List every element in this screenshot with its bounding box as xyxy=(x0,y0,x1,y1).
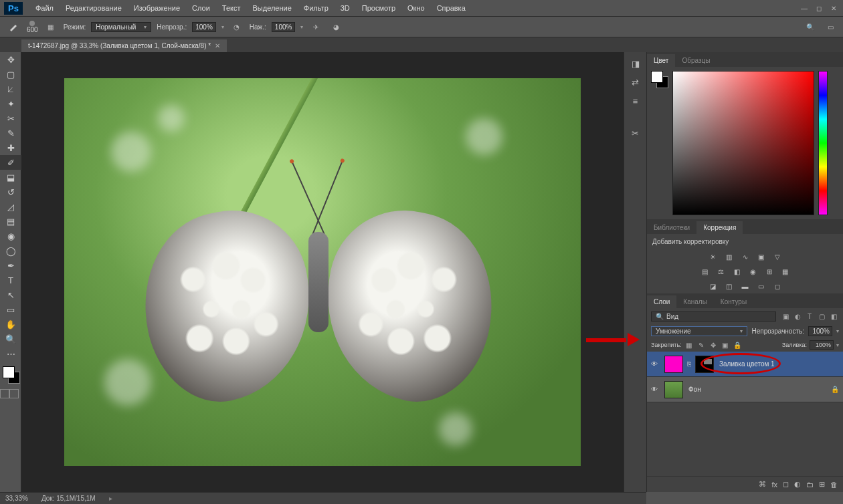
lock-position-icon[interactable]: ✥ xyxy=(709,340,718,350)
crop-tool-icon[interactable]: ✂ xyxy=(0,111,21,126)
menu-edit[interactable]: Редактирование xyxy=(60,4,128,12)
visibility-toggle-icon[interactable]: 👁 xyxy=(647,360,662,368)
tab-close-icon[interactable]: ✕ xyxy=(215,42,220,49)
search-icon[interactable]: 🔍 xyxy=(803,19,818,34)
paths-tab[interactable]: Контуры xyxy=(714,295,753,308)
menu-file[interactable]: Файл xyxy=(29,4,60,12)
link-layers-icon[interactable]: ⌘ xyxy=(759,480,766,489)
maximize-icon[interactable]: ◻ xyxy=(814,4,824,12)
rectangle-tool-icon[interactable]: ▭ xyxy=(0,302,21,317)
menu-view[interactable]: Просмотр xyxy=(356,4,401,12)
minimize-icon[interactable]: — xyxy=(799,4,810,12)
zoom-level[interactable]: 33,33% xyxy=(5,495,28,502)
new-fill-adjustment-icon[interactable]: ◐ xyxy=(794,480,801,489)
brush-panel-icon[interactable]: ▦ xyxy=(43,19,58,34)
color-tab[interactable]: Цвет xyxy=(647,54,675,67)
filter-smart-icon[interactable]: ◧ xyxy=(828,311,839,322)
photo-filter-icon[interactable]: ◉ xyxy=(747,265,759,277)
actions-panel-icon[interactable]: ⇄ xyxy=(628,75,643,90)
hand-tool-icon[interactable]: ✋ xyxy=(0,317,21,332)
fill-input[interactable]: 100% xyxy=(810,340,834,350)
filter-adjust-icon[interactable]: ◐ xyxy=(792,311,803,322)
layer-filter-dropdown[interactable]: 🔍 Вид xyxy=(651,311,776,322)
brightness-icon[interactable]: ☀ xyxy=(707,251,719,263)
healing-tool-icon[interactable]: ✚ xyxy=(0,140,21,155)
stamp-tool-icon[interactable]: ⬓ xyxy=(0,170,21,184)
blend-mode-dropdown[interactable]: Нормальный▾ xyxy=(91,22,151,32)
edit-toolbar-icon[interactable]: ⋯ xyxy=(0,346,21,361)
filter-type-icon[interactable]: T xyxy=(804,311,815,322)
properties-panel-icon[interactable]: ≡ xyxy=(628,94,643,108)
lasso-tool-icon[interactable]: ⟀ xyxy=(0,82,21,96)
color-field[interactable] xyxy=(672,71,814,215)
brush-tool-icon[interactable] xyxy=(5,19,21,35)
new-group-icon[interactable]: 🗀 xyxy=(806,481,814,489)
bg-thumb[interactable] xyxy=(664,381,683,398)
menu-filter[interactable]: Фильтр xyxy=(298,4,335,12)
lock-image-icon[interactable]: ✎ xyxy=(696,340,706,350)
blend-mode-select[interactable]: Умножение▾ xyxy=(651,326,747,336)
hue-icon[interactable]: ▤ xyxy=(699,265,711,277)
type-tool-icon[interactable]: T xyxy=(0,273,21,287)
history-panel-icon[interactable]: ◨ xyxy=(628,56,643,71)
filter-pixel-icon[interactable]: ▣ xyxy=(780,311,791,322)
menu-layers[interactable]: Слои xyxy=(186,4,216,12)
invert-icon[interactable]: ◪ xyxy=(707,280,719,292)
menu-select[interactable]: Выделение xyxy=(247,4,298,12)
flow-input[interactable]: 100% xyxy=(272,22,296,32)
levels-icon[interactable]: ▥ xyxy=(723,251,735,263)
opacity-input[interactable]: 100% xyxy=(192,22,216,32)
document-canvas[interactable] xyxy=(64,78,581,466)
mixer-icon[interactable]: ⊞ xyxy=(763,265,775,277)
foreground-color-swatch[interactable] xyxy=(3,366,15,378)
brush-preset-picker[interactable]: 600 xyxy=(27,21,38,33)
menu-image[interactable]: Изображение xyxy=(128,4,186,12)
gradient-tool-icon[interactable]: ▤ xyxy=(0,214,21,229)
mask-thumb[interactable] xyxy=(695,356,714,373)
picker-swatches[interactable] xyxy=(651,71,668,88)
lookup-icon[interactable]: ▦ xyxy=(779,265,791,277)
filter-shape-icon[interactable]: ▢ xyxy=(816,311,827,322)
quick-select-tool-icon[interactable]: ✦ xyxy=(0,96,21,111)
fill-thumb[interactable] xyxy=(664,356,683,373)
marquee-tool-icon[interactable]: ▢ xyxy=(0,67,21,82)
pressure-opacity-icon[interactable]: ◔ xyxy=(229,19,244,34)
layer-name[interactable]: Фон xyxy=(686,386,701,393)
balance-icon[interactable]: ⚖ xyxy=(715,265,727,277)
zoom-tool-icon[interactable]: 🔍 xyxy=(0,332,21,346)
layer-style-icon[interactable]: fx xyxy=(771,481,777,489)
layer-row-fill[interactable]: 👁 ⎘ Заливка цветом 1 xyxy=(647,352,843,377)
eyedropper-tool-icon[interactable]: ✎ xyxy=(0,126,21,140)
bw-icon[interactable]: ◧ xyxy=(731,265,743,277)
swatches-tab[interactable]: Образцы xyxy=(675,54,717,67)
add-mask-icon[interactable]: ◻ xyxy=(783,480,789,489)
history-brush-tool-icon[interactable]: ↺ xyxy=(0,184,21,199)
path-select-tool-icon[interactable]: ↖ xyxy=(0,287,21,302)
lock-all-icon[interactable]: 🔒 xyxy=(733,340,742,350)
delete-layer-icon[interactable]: 🗑 xyxy=(830,481,838,489)
airbrush-icon[interactable]: ✈ xyxy=(308,19,323,34)
move-tool-icon[interactable]: ✥ xyxy=(0,52,21,67)
channels-tab[interactable]: Каналы xyxy=(676,295,714,308)
hue-slider[interactable] xyxy=(818,71,828,215)
lock-transparent-icon[interactable]: ▦ xyxy=(684,340,694,350)
document-tab[interactable]: t-1472687.jpg @ 33,3% (Заливка цветом 1,… xyxy=(21,39,227,52)
menu-3d[interactable]: 3D xyxy=(335,4,356,12)
workspace-icon[interactable]: ▭ xyxy=(823,19,838,34)
curves-icon[interactable]: ∿ xyxy=(739,251,751,263)
blur-tool-icon[interactable]: ◉ xyxy=(0,229,21,243)
layers-tab[interactable]: Слои xyxy=(647,295,676,308)
threshold-icon[interactable]: ▬ xyxy=(739,280,751,292)
pen-tool-icon[interactable]: ✒ xyxy=(0,258,21,273)
posterize-icon[interactable]: ◫ xyxy=(723,280,735,292)
layer-row-background[interactable]: 👁 Фон 🔒 xyxy=(647,377,843,402)
layer-opacity-input[interactable]: 100% xyxy=(808,326,832,336)
adjustments-tab[interactable]: Коррекция xyxy=(696,221,743,234)
new-layer-icon[interactable]: ⊞ xyxy=(819,480,825,489)
tools-preset-icon[interactable]: ✂ xyxy=(628,126,643,140)
quick-mask-icon[interactable] xyxy=(0,389,21,398)
eraser-tool-icon[interactable]: ◿ xyxy=(0,199,21,214)
brush-tool-icon[interactable]: ✐ xyxy=(0,155,21,170)
pressure-size-icon[interactable]: ◕ xyxy=(329,19,343,34)
menu-window[interactable]: Окно xyxy=(401,4,431,12)
